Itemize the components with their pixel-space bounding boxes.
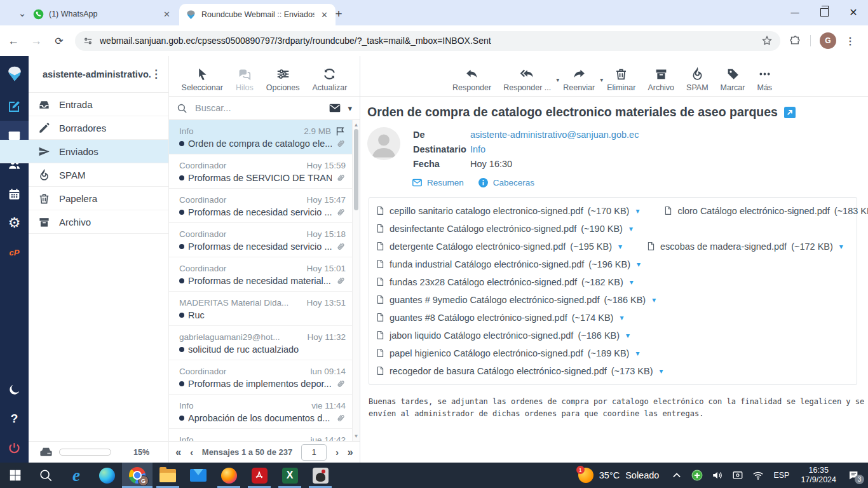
taskbar-chrome-icon[interactable]: G bbox=[122, 463, 153, 488]
sidebar-item-enviados[interactable]: Enviados bbox=[0, 140, 168, 163]
account-menu-icon[interactable]: ⋮ bbox=[151, 67, 162, 81]
mail-toolbar-reenviar[interactable]: Reenviar▾ bbox=[563, 67, 595, 92]
first-page-button[interactable]: « bbox=[175, 447, 181, 458]
scroll-down-icon[interactable]: ▼ bbox=[353, 433, 360, 439]
taskbar-excel-icon[interactable]: X bbox=[275, 463, 305, 488]
message-row[interactable]: CoordinadorHoy 15:59Proformas de SERVICI… bbox=[169, 154, 360, 189]
attachment-item[interactable]: guantes # 9ymedio Catálogo electrónico-s… bbox=[376, 294, 656, 306]
weather-widget[interactable]: 1 35°C Soleado bbox=[571, 468, 667, 483]
rail-darkmode[interactable] bbox=[0, 375, 29, 404]
list-toolbar-actualizar[interactable]: Actualizar bbox=[313, 67, 348, 92]
attachment-item[interactable]: fundas 23x28 Catálogo electrónico-signed… bbox=[376, 276, 634, 288]
attachment-menu-caret-icon[interactable]: ▾ bbox=[629, 224, 633, 233]
dropdown-caret-icon[interactable]: ▾ bbox=[556, 76, 559, 83]
taskbar-start-icon[interactable] bbox=[0, 463, 31, 488]
list-toolbar-opciones[interactable]: Opciones bbox=[266, 67, 300, 92]
sidebar-item-borradores[interactable]: Borradores bbox=[29, 116, 168, 140]
mail-toolbar-archivo[interactable]: Archivo bbox=[648, 67, 674, 92]
tab-whatsapp[interactable]: (1) WhatsApp ✕ bbox=[27, 4, 178, 24]
mail-toolbar-spam[interactable]: SPAM bbox=[686, 67, 709, 92]
message-row[interactable]: Infovie 11:44Aprobación de los documento… bbox=[169, 395, 360, 429]
attachment-menu-caret-icon[interactable]: ▾ bbox=[659, 367, 663, 376]
site-settings-icon[interactable] bbox=[83, 36, 93, 46]
attachment-menu-caret-icon[interactable]: ▾ bbox=[618, 242, 622, 251]
attachment-menu-caret-icon[interactable]: ▾ bbox=[626, 331, 630, 340]
rail-settings[interactable]: ⚙ bbox=[0, 208, 29, 238]
taskbar-firefox-icon[interactable] bbox=[214, 463, 244, 488]
resumen-link[interactable]: Resumen bbox=[412, 177, 464, 188]
dropdown-caret-icon[interactable]: ▾ bbox=[600, 76, 603, 83]
rail-compose[interactable] bbox=[0, 92, 29, 121]
message-row[interactable]: CoordinadorHoy 15:18Proformas de necesid… bbox=[169, 223, 360, 257]
message-row[interactable]: Info2.9 MBOrden de compra de catalogo el… bbox=[169, 120, 360, 154]
last-page-button[interactable]: » bbox=[348, 447, 353, 458]
reload-button[interactable]: ⟳ bbox=[50, 31, 69, 50]
field-value-link[interactable]: Info bbox=[470, 144, 485, 154]
profile-avatar[interactable]: G bbox=[820, 32, 836, 49]
mail-toolbar-más[interactable]: Más bbox=[757, 67, 772, 92]
search-scope-mail-icon[interactable] bbox=[329, 102, 341, 114]
cabeceras-link[interactable]: Cabeceras bbox=[478, 177, 534, 188]
minimize-button[interactable]: — bbox=[780, 0, 810, 24]
attachment-menu-caret-icon[interactable]: ▾ bbox=[635, 207, 639, 215]
prev-page-button[interactable]: ‹ bbox=[190, 447, 193, 458]
new-tab-button[interactable]: + bbox=[330, 6, 347, 22]
extensions-icon[interactable] bbox=[789, 35, 801, 47]
tray-wifi-icon[interactable] bbox=[748, 463, 768, 488]
mail-toolbar-responder[interactable]: Responder bbox=[452, 67, 491, 92]
sidebar-item-archivo[interactable]: Archivo bbox=[29, 210, 168, 234]
attachment-menu-caret-icon[interactable]: ▾ bbox=[637, 260, 641, 269]
search-input[interactable] bbox=[194, 102, 322, 114]
attachment-menu-caret-icon[interactable]: ▾ bbox=[630, 278, 634, 287]
attachment-item[interactable]: cloro Catálogo electrónico-signed.pdf(~1… bbox=[663, 205, 868, 217]
attachment-item[interactable]: guantes #8 Catálogo electrónico-signed.p… bbox=[376, 312, 623, 323]
message-row[interactable]: CoordinadorHoy 15:47Proformas de necesid… bbox=[169, 189, 360, 223]
rail-help[interactable]: ? bbox=[0, 404, 29, 433]
attachment-menu-caret-icon[interactable]: ▾ bbox=[635, 349, 639, 358]
restore-button[interactable] bbox=[810, 0, 839, 24]
attachment-item[interactable]: cepillo sanitario catalogo electronico-s… bbox=[376, 205, 639, 217]
forward-button[interactable]: → bbox=[27, 31, 46, 50]
page-number-input[interactable] bbox=[301, 444, 327, 461]
tray-antivirus-icon[interactable] bbox=[687, 463, 707, 488]
message-row[interactable]: Coordinadorlun 09:14Proformas de impleme… bbox=[169, 360, 360, 395]
mail-toolbar-eliminar[interactable]: Eliminar bbox=[607, 67, 635, 92]
taskbar-explorer-icon[interactable] bbox=[153, 463, 183, 488]
attachment-item[interactable]: recogedor de basura Catálogo electrónico… bbox=[376, 365, 663, 377]
attachment-menu-caret-icon[interactable]: ▾ bbox=[652, 295, 656, 304]
clock[interactable]: 16:35 17/9/2024 bbox=[794, 466, 843, 485]
action-center-button[interactable]: 3 bbox=[843, 463, 868, 488]
rail-calendar[interactable] bbox=[0, 179, 29, 208]
field-value-link[interactable]: asistente-administrativo@sanjuan.gob.ec bbox=[470, 130, 639, 140]
language-indicator[interactable]: ESP bbox=[768, 471, 794, 480]
attachment-item[interactable]: detergente Catálogo electrónico-signed.p… bbox=[376, 241, 622, 252]
message-row[interactable]: gabrielaguamani29@hot...Hoy 11:32solicit… bbox=[169, 326, 360, 360]
rail-logout[interactable] bbox=[0, 433, 29, 463]
scroll-up-icon[interactable]: ▲ bbox=[353, 122, 360, 128]
tab-close-icon[interactable]: ✕ bbox=[162, 10, 172, 19]
tab-roundcube[interactable]: Roundcube Webmail :: Enviados ✕ bbox=[179, 4, 336, 25]
attachment-item[interactable]: jabon liquido Catálogo electrónico-signe… bbox=[376, 330, 630, 341]
rail-logo[interactable] bbox=[0, 56, 29, 92]
browser-menu-icon[interactable]: ⋮ bbox=[845, 35, 856, 47]
list-toolbar-hilos[interactable]: Hilos bbox=[236, 67, 254, 92]
attachment-item[interactable]: escobas de madera-signed.pdf(~172 KB)▾ bbox=[646, 241, 843, 252]
mail-toolbar-marcar[interactable]: Marcar bbox=[721, 67, 745, 92]
list-scrollbar[interactable]: ▲ ▼ bbox=[352, 120, 360, 441]
taskbar-taskbar-search-icon[interactable] bbox=[31, 463, 61, 488]
taskbar-acrobat-icon[interactable] bbox=[244, 463, 275, 488]
attachment-menu-caret-icon[interactable]: ▾ bbox=[620, 313, 623, 322]
back-button[interactable]: ← bbox=[4, 31, 23, 50]
address-bar[interactable]: webmail.sanjuan.gob.ec/cpsess0500890797/… bbox=[75, 31, 780, 51]
scroll-thumb[interactable] bbox=[354, 129, 358, 210]
taskbar-edge-icon[interactable] bbox=[92, 463, 122, 488]
search-options-chevron-icon[interactable]: ▾ bbox=[348, 104, 352, 113]
sidebar-item-entrada[interactable]: Entrada bbox=[29, 93, 168, 116]
attachment-item[interactable]: papel higienico Catálogo electrónico-sig… bbox=[376, 348, 639, 359]
list-toolbar-seleccionar[interactable]: Seleccionar bbox=[182, 67, 223, 92]
next-page-button[interactable]: › bbox=[336, 447, 339, 458]
mail-toolbar-responder[interactable]: Responder ...▾ bbox=[503, 67, 551, 92]
attachment-menu-caret-icon[interactable]: ▾ bbox=[839, 242, 843, 251]
taskbar-mail-app-icon[interactable] bbox=[183, 463, 214, 488]
close-button[interactable]: ✕ bbox=[839, 0, 868, 24]
